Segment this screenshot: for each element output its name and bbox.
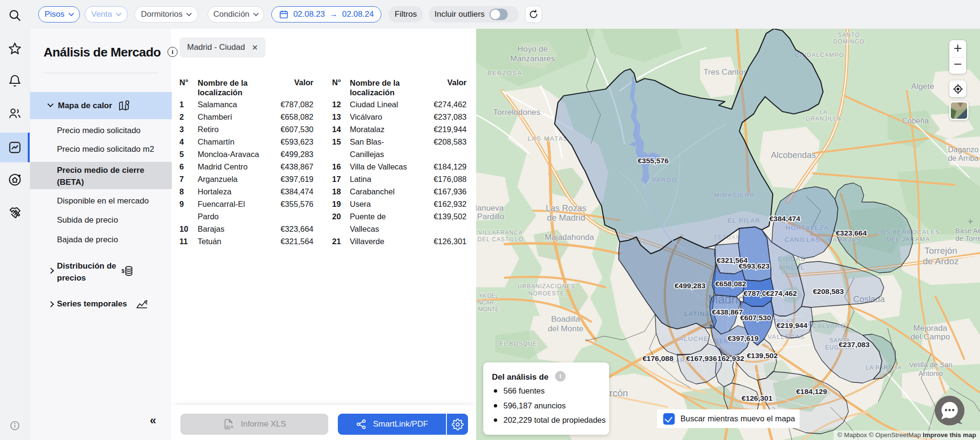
svg-text:€162,932: €162,932 bbox=[713, 354, 745, 362]
svg-text:€167,936: €167,936 bbox=[686, 354, 717, 362]
svg-text:Base Aé: Base Aé bbox=[955, 226, 980, 235]
svg-text:del Monte: del Monte bbox=[548, 324, 584, 333]
svg-text:Mejorada: Mejorada bbox=[913, 324, 947, 333]
svg-text:NCAR-: NCAR- bbox=[478, 299, 496, 306]
svg-text:€176,088: €176,088 bbox=[643, 354, 674, 362]
svg-text:rcón: rcón bbox=[610, 388, 628, 398]
svg-text:Hoyo de: Hoyo de bbox=[517, 45, 547, 54]
svg-text:SANTO: SANTO bbox=[838, 32, 860, 38]
svg-text:Las Rozas: Las Rozas bbox=[546, 203, 586, 213]
svg-text:€126,301: €126,301 bbox=[742, 394, 773, 402]
svg-text:de Torre: de Torre bbox=[956, 234, 980, 242]
svg-text:✈: ✈ bbox=[968, 217, 974, 226]
svg-text:€208,583: €208,583 bbox=[813, 287, 844, 295]
svg-text:de Madrid: de Madrid bbox=[547, 213, 585, 223]
svg-text:de Arriba: de Arriba bbox=[948, 154, 979, 162]
svg-text:Torrelodones: Torrelodones bbox=[493, 108, 540, 117]
svg-text:Velilla de San: Velilla de San bbox=[909, 361, 953, 369]
svg-text:€219,944: €219,944 bbox=[777, 321, 808, 329]
svg-text:€237,083: €237,083 bbox=[839, 340, 870, 349]
svg-text:€438,867: €438,867 bbox=[712, 308, 743, 316]
svg-text:€274,462: €274,462 bbox=[766, 289, 797, 297]
svg-text:Antonio: Antonio bbox=[919, 369, 943, 377]
svg-text:MONTE: MONTE bbox=[478, 306, 499, 313]
svg-text:€593,623: €593,623 bbox=[739, 262, 770, 270]
svg-text:LA: LA bbox=[820, 109, 828, 115]
svg-text:€499,283: €499,283 bbox=[675, 282, 706, 290]
svg-text:lanueva: lanueva bbox=[476, 203, 504, 213]
svg-text:URBANIZACIONES: URBANIZACIONES bbox=[518, 283, 576, 290]
svg-text:Torrejón: Torrejón bbox=[924, 246, 958, 256]
svg-text:€139,502: €139,502 bbox=[747, 351, 778, 360]
svg-text:Tres Cantos: Tres Cantos bbox=[703, 68, 747, 77]
svg-text:NOROESTE: NOROESTE bbox=[528, 290, 564, 297]
svg-text:XLS: XLS bbox=[226, 425, 234, 429]
svg-text:GRANJILLA: GRANJILLA bbox=[806, 115, 841, 122]
svg-text:DEL CASTILLO: DEL CASTILLO bbox=[478, 236, 523, 243]
svg-text:€607,530: €607,530 bbox=[740, 314, 771, 322]
svg-text:€355,576: €355,576 bbox=[638, 157, 669, 165]
svg-text:VILLAFRANCA: VILLAFRANCA bbox=[478, 229, 523, 236]
svg-text:€323,664: €323,664 bbox=[836, 229, 867, 237]
svg-text:Boadilla: Boadilla bbox=[551, 315, 580, 324]
svg-text:DOMINGO: DOMINGO bbox=[833, 38, 865, 45]
svg-text:LAS MATAS: LAS MATAS bbox=[528, 135, 568, 142]
svg-text:€658,082: €658,082 bbox=[715, 280, 746, 288]
svg-text:Majadahonda: Majadahonda bbox=[545, 233, 594, 242]
svg-text:l Pardillo: l Pardillo bbox=[476, 212, 504, 221]
svg-text:€384,474: €384,474 bbox=[769, 214, 801, 223]
svg-text:del Campo: del Campo bbox=[911, 332, 950, 341]
svg-text:Cobeña: Cobeña bbox=[902, 117, 929, 125]
svg-text:Algete: Algete bbox=[911, 82, 934, 91]
svg-text:YA DEL: YA DEL bbox=[479, 293, 498, 299]
svg-text:$: $ bbox=[122, 268, 124, 274]
svg-text:Manzanares: Manzanares bbox=[510, 54, 555, 63]
svg-text:Alcobendas: Alcobendas bbox=[771, 150, 816, 160]
svg-text:BERZOSA: BERZOSA bbox=[488, 69, 523, 77]
svg-text:€397,619: €397,619 bbox=[728, 334, 759, 342]
svg-text:de Ardoz: de Ardoz bbox=[923, 256, 959, 266]
svg-text:EL BOSQUE: EL BOSQUE bbox=[500, 340, 537, 347]
svg-text:Daganzo: Daganzo bbox=[948, 146, 979, 154]
svg-text:€184,129: €184,129 bbox=[796, 387, 827, 395]
